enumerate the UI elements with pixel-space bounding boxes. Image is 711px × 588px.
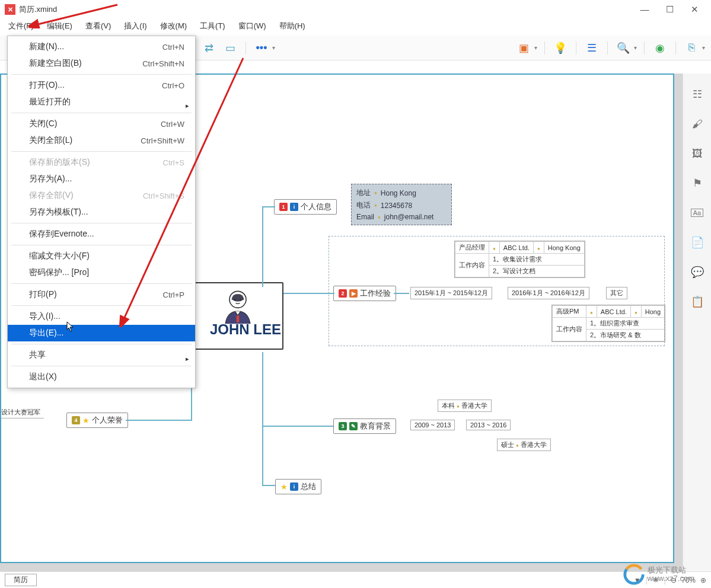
marker-icon[interactable]: ⚑ xyxy=(691,177,704,190)
menu-separator xyxy=(11,113,192,113)
menu-view[interactable]: 查看(V) xyxy=(82,20,114,33)
close-button[interactable]: ✕ xyxy=(690,4,699,15)
menu-separator xyxy=(11,305,192,306)
share-icon[interactable]: ◉ xyxy=(652,40,668,56)
menu-item-label: 新建空白图(B) xyxy=(29,58,142,69)
flag-badge: ▶ xyxy=(349,289,358,298)
comments-icon[interactable]: 💬 xyxy=(691,266,704,279)
image-icon[interactable]: 🖼 xyxy=(691,147,704,160)
menu-separator xyxy=(11,151,192,152)
menu-modify[interactable]: 修改(M) xyxy=(157,20,191,33)
svg-point-2 xyxy=(240,299,241,301)
menu-item-shortcut: Ctrl+Shift+S xyxy=(143,191,184,200)
sheet-tab[interactable]: 简历 xyxy=(5,574,37,586)
edu-deg-1[interactable]: 本科 ● 香港大学 xyxy=(438,400,492,412)
notes-icon[interactable]: 📄 xyxy=(691,236,704,249)
work-node[interactable]: 2 ▶ 工作经验 xyxy=(333,286,396,301)
menu-separator xyxy=(11,366,192,366)
honor-node[interactable]: 4 ★ 个人荣誉 xyxy=(66,413,128,428)
menu-item-22[interactable]: 导出(E)... xyxy=(8,325,195,341)
edu-period-2[interactable]: 2013 ~ 2016 xyxy=(466,420,511,430)
boundary-icon[interactable]: ▭ xyxy=(222,40,238,56)
zoom-in-button[interactable]: ⊕ xyxy=(700,576,706,584)
priority-1-badge: 1 xyxy=(279,203,288,211)
menu-item-label: 密码保护... [Pro] xyxy=(29,267,184,278)
menu-item-21[interactable]: 导入(I)... xyxy=(8,308,195,325)
honor-label: 个人荣誉 xyxy=(92,415,123,426)
menu-item-label: 另存为模板(T)... xyxy=(29,207,184,218)
menu-window[interactable]: 窗口(W) xyxy=(235,20,270,33)
menu-insert[interactable]: 插入(I) xyxy=(120,20,150,33)
menu-item-9: 保存新的版本(S)Ctrl+S xyxy=(8,154,195,171)
work-period-1[interactable]: 2015年1月 ~ 2015年12月 xyxy=(410,287,492,299)
separator xyxy=(544,41,545,55)
personal-details[interactable]: 地址●Hong Kong 电话●12345678 Email●john@emai… xyxy=(351,184,452,225)
menu-edit[interactable]: 编辑(E) xyxy=(43,20,76,33)
separator xyxy=(607,41,608,55)
menu-item-label: 打印(P) xyxy=(29,289,163,300)
root-node[interactable]: JOHN LEE xyxy=(191,282,283,350)
avatar-icon xyxy=(217,286,259,327)
info-badge: i xyxy=(290,482,298,491)
menu-item-3[interactable]: 打开(O)...Ctrl+O xyxy=(8,77,195,94)
minimize-button[interactable]: — xyxy=(640,4,649,15)
menu-item-17[interactable]: 密码保护... [Pro] xyxy=(8,264,195,281)
menu-bar: 文件(F) 编辑(E) 查看(V) 插入(I) 修改(M) 工具(T) 窗口(W… xyxy=(0,19,711,33)
menu-item-7[interactable]: 关闭全部(L)Ctrl+Shift+W xyxy=(8,132,195,149)
menu-item-10[interactable]: 另存为(A)... xyxy=(8,171,195,187)
presentation-icon[interactable]: ▣ xyxy=(515,40,532,56)
summary-node[interactable]: ★ i 总结 xyxy=(275,479,321,494)
menu-item-24[interactable]: 共享 xyxy=(8,347,195,363)
separator xyxy=(576,41,576,55)
menu-item-shortcut: Ctrl+O xyxy=(162,81,184,90)
font-icon[interactable]: Aa xyxy=(691,206,704,219)
maximize-button[interactable]: ☐ xyxy=(665,4,674,15)
idea-icon[interactable]: 💡 xyxy=(552,40,569,56)
gantt-icon[interactable]: ☰ xyxy=(584,40,600,56)
menu-separator xyxy=(11,245,192,245)
menu-item-16[interactable]: 缩减文件大小(F) xyxy=(8,248,195,264)
menu-help[interactable]: 帮助(H) xyxy=(276,20,309,33)
outline-icon[interactable]: ☷ xyxy=(691,88,704,101)
personal-label: 个人信息 xyxy=(301,202,331,212)
work-label: 工作经验 xyxy=(360,288,391,299)
menu-item-26[interactable]: 退出(X) xyxy=(8,369,195,385)
edu-period-1[interactable]: 2009 ~ 2013 xyxy=(410,420,455,430)
menu-item-label: 缩减文件大小(F) xyxy=(29,251,184,261)
work-matrix-2[interactable]: 高级PM●ABC Ltd.●Hong 工作内容1。组织需求审查 2。市场研究 &… xyxy=(551,305,665,342)
menu-item-4[interactable]: 最近打开的 xyxy=(8,94,195,110)
format-icon[interactable]: 🖌 xyxy=(691,117,704,130)
menu-item-6[interactable]: 关闭(C)Ctrl+W xyxy=(8,116,195,132)
menu-item-1[interactable]: 新建空白图(B)Ctrl+Shift+N xyxy=(8,55,195,72)
menu-item-label: 退出(X) xyxy=(29,372,184,382)
window-title: 简历.xmind xyxy=(19,4,640,15)
work-other[interactable]: 其它 xyxy=(606,287,627,299)
menu-item-label: 导出(E)... xyxy=(29,328,184,338)
more-icon[interactable]: ••• xyxy=(253,40,270,56)
menu-item-shortcut: Ctrl+W xyxy=(161,120,184,129)
work-period-2[interactable]: 2016年1月 ~ 2016年12月 xyxy=(508,287,589,299)
menu-file[interactable]: 文件(F) xyxy=(5,20,37,33)
export-icon[interactable]: ⎘ xyxy=(683,40,700,56)
menu-item-14[interactable]: 保存到Evernote... xyxy=(8,226,195,242)
menu-separator xyxy=(11,74,192,75)
menu-item-12[interactable]: 另存为模板(T)... xyxy=(8,204,195,220)
right-panel: ☷ 🖌 🖼 ⚑ Aa 📄 💬 📋 xyxy=(683,74,711,571)
work-matrix-1[interactable]: 产品经理●ABC Ltd.●Hong Kong 工作内容1。收集设计需求 2。写… xyxy=(454,241,585,278)
menu-item-19[interactable]: 打印(P)Ctrl+P xyxy=(8,286,195,303)
menu-item-label: 新建(N)... xyxy=(29,41,162,52)
relationship-icon[interactable]: ⇄ xyxy=(200,40,217,56)
menu-tools[interactable]: 工具(T) xyxy=(196,20,229,33)
edu-deg-2[interactable]: 硕士 ● 香港大学 xyxy=(497,439,551,451)
search-icon[interactable]: 🔍 xyxy=(615,40,632,56)
edu-node[interactable]: 3 ✎ 教育背景 xyxy=(333,418,396,434)
menu-separator xyxy=(11,283,192,284)
task-icon[interactable]: 📋 xyxy=(691,295,704,308)
personal-node[interactable]: 1 i 个人信息 xyxy=(274,199,337,215)
title-bar: ✕ 简历.xmind — ☐ ✕ xyxy=(0,0,711,19)
menu-item-label: 关闭全部(L) xyxy=(29,135,141,146)
menu-item-shortcut: Ctrl+P xyxy=(163,290,184,299)
menu-item-0[interactable]: 新建(N)...Ctrl+N xyxy=(8,39,195,55)
honor-award[interactable]: 设计大赛冠军 xyxy=(0,407,44,418)
star-icon: ★ xyxy=(82,416,90,425)
